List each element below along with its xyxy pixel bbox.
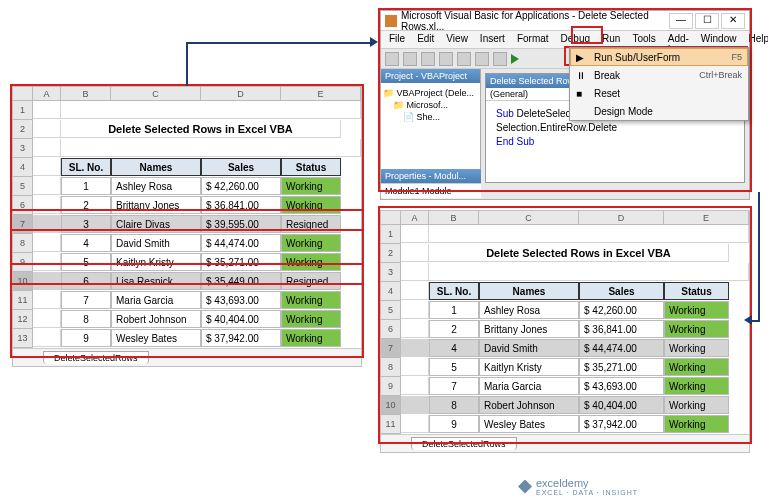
- stop-icon: ■: [576, 88, 588, 99]
- toolbar-paste-icon[interactable]: [457, 52, 471, 66]
- row-header[interactable]: 6: [381, 320, 401, 339]
- row-header[interactable]: 2: [381, 244, 401, 263]
- table-row[interactable]: 139Wesley Bates$ 37,942.00Working: [13, 329, 361, 348]
- col-b[interactable]: B: [61, 87, 111, 101]
- run-menu-design-mode[interactable]: Design Mode: [570, 102, 748, 120]
- maximize-button[interactable]: ☐: [695, 13, 719, 29]
- table-row[interactable]: 95Kaitlyn Kristy$ 35,271.00Working: [13, 253, 361, 272]
- toolbar-save-icon[interactable]: [403, 52, 417, 66]
- sheet-tab[interactable]: DeleteSelectedRows: [411, 437, 517, 450]
- row-header[interactable]: 10: [13, 272, 33, 291]
- vba-titlebar[interactable]: Microsoft Visual Basic for Applications …: [381, 11, 749, 31]
- col-a[interactable]: A: [401, 211, 429, 225]
- row-header[interactable]: 3: [381, 263, 401, 282]
- row-header[interactable]: 6: [13, 196, 33, 215]
- row-header[interactable]: 4: [381, 282, 401, 301]
- row-header[interactable]: 12: [13, 310, 33, 329]
- table-row[interactable]: 85Kaitlyn Kristy$ 35,271.00Working: [381, 358, 749, 377]
- sheet-title: Delete Selected Rows in Excel VBA: [429, 244, 729, 262]
- arrow-1-h: [186, 42, 372, 44]
- table-row[interactable]: 74David Smith$ 44,474.00Working: [381, 339, 749, 358]
- table-row[interactable]: 106Lisa Resnick$ 35,449.00Resigned: [13, 272, 361, 291]
- menu-file[interactable]: File: [383, 31, 411, 48]
- menu-tools[interactable]: Tools: [626, 31, 661, 48]
- arrow-1-v: [186, 42, 188, 86]
- project-tree[interactable]: 📁 VBAProject (Dele... 📁 Microsof... 📄 Sh…: [381, 83, 480, 127]
- tree-node-2[interactable]: 📄 She...: [383, 111, 478, 123]
- tree-node-1[interactable]: 📁 Microsof...: [383, 99, 478, 111]
- sheet-title: Delete Selected Rows in Excel VBA: [61, 120, 341, 138]
- run-menu-run-sub[interactable]: ▶ Run Sub/UserForm F5: [570, 48, 748, 66]
- table-row[interactable]: 62Brittany Jones$ 36,841.00Working: [381, 320, 749, 339]
- col-e[interactable]: E: [281, 87, 361, 101]
- row-header[interactable]: 11: [13, 291, 33, 310]
- row-header[interactable]: 13: [13, 329, 33, 348]
- toolbar-run-icon[interactable]: [511, 54, 519, 64]
- minimize-button[interactable]: —: [669, 13, 693, 29]
- col-c[interactable]: C: [111, 87, 201, 101]
- row-header[interactable]: 5: [13, 177, 33, 196]
- sheet-tab[interactable]: DeleteSelectedRows: [43, 351, 149, 364]
- vba-title-text: Microsoft Visual Basic for Applications …: [401, 10, 667, 32]
- menu-addins[interactable]: Add-Ins: [662, 31, 695, 48]
- properties-row[interactable]: Module1 Module: [381, 183, 481, 198]
- toolbar-cut-icon[interactable]: [421, 52, 435, 66]
- row-header[interactable]: 5: [381, 301, 401, 320]
- row-header[interactable]: 10: [381, 396, 401, 415]
- menu-debug[interactable]: Debug: [555, 31, 596, 48]
- pause-icon: ⏸: [576, 70, 588, 81]
- table-row[interactable]: 108Robert Johnson$ 40,404.00Working: [381, 396, 749, 415]
- select-all-corner[interactable]: [13, 87, 33, 101]
- row-header[interactable]: 7: [381, 339, 401, 358]
- excel-grid-before: A B C D E 1 2Delete Selected Rows in Exc…: [12, 86, 362, 367]
- project-explorer-title: Project - VBAProject: [381, 69, 480, 83]
- tree-root[interactable]: 📁 VBAProject (Dele...: [383, 87, 478, 99]
- run-menu-reset[interactable]: ■ Reset: [570, 84, 748, 102]
- table-row[interactable]: 117Maria Garcia$ 43,693.00Working: [13, 291, 361, 310]
- menu-edit[interactable]: Edit: [411, 31, 440, 48]
- menu-window[interactable]: Window: [695, 31, 743, 48]
- table-row[interactable]: 73Claire Divas$ 39,595.00Resigned: [13, 215, 361, 234]
- menu-help[interactable]: Help: [742, 31, 768, 48]
- table-row[interactable]: 62Brittany Jones$ 36,841.00Working: [13, 196, 361, 215]
- run-menu-break[interactable]: ⏸ Break Ctrl+Break: [570, 66, 748, 84]
- menu-view[interactable]: View: [440, 31, 474, 48]
- toolbar-excel-icon[interactable]: [385, 52, 399, 66]
- row-header[interactable]: 3: [13, 139, 33, 158]
- row-header[interactable]: 8: [381, 358, 401, 377]
- select-all-corner[interactable]: [381, 211, 401, 225]
- col-d[interactable]: D: [579, 211, 664, 225]
- col-e[interactable]: E: [664, 211, 749, 225]
- row-header[interactable]: 11: [381, 415, 401, 434]
- sheet-tab-bar: DeleteSelectedRows: [381, 434, 749, 452]
- watermark: exceldemyEXCEL · DATA · INSIGHT: [518, 477, 638, 496]
- table-row[interactable]: 84David Smith$ 44,474.00Working: [13, 234, 361, 253]
- close-button[interactable]: ✕: [721, 13, 745, 29]
- row-header[interactable]: 1: [13, 101, 33, 120]
- table-row[interactable]: 51Ashley Rosa$ 42,260.00Working: [381, 301, 749, 320]
- menu-format[interactable]: Format: [511, 31, 555, 48]
- col-c[interactable]: C: [479, 211, 579, 225]
- table-row[interactable]: 128Robert Johnson$ 40,404.00Working: [13, 310, 361, 329]
- row-header[interactable]: 4: [13, 158, 33, 177]
- col-b[interactable]: B: [429, 211, 479, 225]
- arrow-1-head: [370, 37, 378, 47]
- col-a[interactable]: A: [33, 87, 61, 101]
- row-header[interactable]: 2: [13, 120, 33, 139]
- row-header[interactable]: 9: [13, 253, 33, 272]
- row-header[interactable]: 8: [13, 234, 33, 253]
- toolbar-redo-icon[interactable]: [493, 52, 507, 66]
- table-row[interactable]: 97Maria Garcia$ 43,693.00Working: [381, 377, 749, 396]
- menu-run[interactable]: Run: [596, 31, 626, 48]
- row-header[interactable]: 7: [13, 215, 33, 234]
- menu-insert[interactable]: Insert: [474, 31, 511, 48]
- table-row[interactable]: 51Ashley Rosa$ 42,260.00Working: [13, 177, 361, 196]
- row-header[interactable]: 1: [381, 225, 401, 244]
- run-dropdown-menu: ▶ Run Sub/UserForm F5 ⏸ Break Ctrl+Break…: [569, 47, 749, 121]
- table-row[interactable]: 119Wesley Bates$ 37,942.00Working: [381, 415, 749, 434]
- row-header[interactable]: 9: [381, 377, 401, 396]
- toolbar-undo-icon[interactable]: [475, 52, 489, 66]
- col-d[interactable]: D: [201, 87, 281, 101]
- toolbar-copy-icon[interactable]: [439, 52, 453, 66]
- play-icon: ▶: [576, 52, 588, 63]
